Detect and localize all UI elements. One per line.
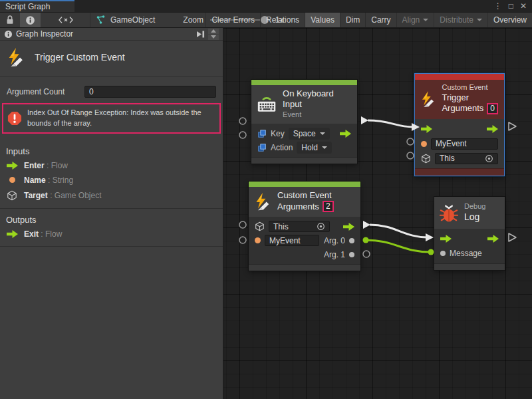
carry-button[interactable]: Carry	[366, 13, 396, 27]
listener-arg1-external-port[interactable]	[363, 251, 370, 257]
keyboard-key-input-port[interactable]	[239, 118, 246, 124]
listener-out-port[interactable]	[363, 221, 370, 229]
scroll-down-button[interactable]	[208, 35, 219, 40]
triangle-down-icon	[211, 35, 216, 39]
align-dropdown[interactable]: Align	[397, 13, 434, 27]
target-field[interactable]: This	[435, 153, 498, 164]
chevron-down-icon	[322, 146, 327, 152]
listener-name-input-port[interactable]	[239, 237, 246, 243]
object-picker-icon[interactable]	[317, 222, 325, 231]
flow-wire-listener-debug	[370, 225, 428, 237]
listener-target-input-port[interactable]	[239, 221, 246, 228]
distribute-dropdown[interactable]: Distribute	[434, 13, 487, 27]
string-port-icon[interactable]	[255, 237, 261, 243]
string-port-icon[interactable]	[421, 141, 427, 147]
custom-event-icon	[420, 90, 436, 108]
arg0-output-port[interactable]	[349, 238, 354, 243]
custom-event-icon	[6, 47, 26, 67]
keyboard-out-port[interactable]	[361, 116, 368, 124]
enter-input-port[interactable]	[440, 235, 452, 243]
node-custom-event[interactable]: Custom Event Arguments 2 This	[249, 182, 360, 271]
menu-icon[interactable]: ⋮	[494, 2, 502, 10]
code-icon	[58, 16, 74, 24]
lock-button[interactable]	[0, 13, 20, 27]
node-trigger-custom-event[interactable]: Custom Event Trigger Arguments 0	[414, 73, 505, 176]
tab-script-graph[interactable]: Script Graph	[0, 0, 74, 12]
info-icon	[25, 15, 35, 25]
event-name-field[interactable]: MyEvent	[265, 235, 319, 246]
argument-count-row: Argument Count	[7, 86, 216, 98]
node-title-line1: Trigger	[442, 92, 498, 103]
target-field[interactable]: This	[269, 221, 330, 232]
exit-output-port[interactable]	[487, 235, 499, 243]
node-footer	[434, 263, 505, 270]
scroll-up-button[interactable]	[208, 29, 219, 34]
arg1-label: Arg. 1	[324, 250, 345, 259]
script-graph-window: Script Graph ⋮ □ ✕ GameObject Zoom 1x	[0, 0, 532, 399]
key-dropdown[interactable]: Space	[289, 128, 330, 140]
trigger-output-port[interactable]	[343, 223, 354, 231]
action-dropdown[interactable]: Hold	[297, 142, 332, 154]
object-picker-icon[interactable]	[485, 154, 493, 163]
panel-spinner	[208, 29, 219, 40]
exit-output-port[interactable]	[487, 125, 498, 133]
message-external-port[interactable]	[428, 249, 434, 255]
overview-button[interactable]: Overview	[488, 13, 532, 27]
arg1-output-port[interactable]	[349, 252, 354, 257]
node-debug-log[interactable]: Debug Log Message	[434, 197, 505, 270]
trigger-output-port[interactable]	[340, 130, 351, 138]
csharp-preview-button[interactable]	[53, 13, 79, 27]
arguments-value-highlight[interactable]: 0	[487, 103, 498, 114]
node-subtitle: Event	[283, 110, 351, 120]
game-object-port-icon[interactable]	[255, 221, 265, 231]
arg0-label: Arg. 0	[324, 236, 345, 245]
graph-canvas[interactable]: On Keyboard Input Event Key Space	[223, 28, 532, 399]
error-message-box: Index Out Of Range Exception: Index was …	[2, 103, 221, 134]
gameobject-breadcrumb[interactable]: GameObject	[90, 13, 160, 27]
window-controls: ⋮ □ ✕	[494, 0, 532, 12]
graph-toolbar: GameObject Zoom 1x Clear Errors Relation…	[0, 12, 532, 28]
inspector-toggle-button[interactable]	[20, 13, 41, 27]
arg0-external-port[interactable]	[363, 237, 369, 243]
outputs-header: Outputs	[0, 209, 223, 227]
values-button[interactable]: Values	[305, 13, 340, 27]
custom-event-icon	[253, 192, 272, 211]
node-title: Log	[464, 211, 485, 223]
close-icon[interactable]: ✕	[520, 2, 527, 10]
input-row-name: Name : String	[0, 173, 223, 188]
relations-button[interactable]: Relations	[261, 13, 305, 27]
triangle-up-icon	[211, 29, 216, 33]
event-color-bar	[251, 80, 357, 85]
node-category: Debug	[464, 202, 485, 211]
game-object-icon	[7, 190, 17, 201]
trigger-target-input-port[interactable]	[407, 152, 414, 159]
node-title-line2: Arguments	[442, 103, 483, 114]
value-wire-arg0-message	[366, 240, 431, 252]
chevron-down-icon	[320, 132, 325, 138]
keyboard-action-input-port[interactable]	[239, 132, 246, 138]
node-footer	[249, 264, 360, 271]
node-category: Custom Event	[442, 83, 498, 92]
trigger-name-input-port[interactable]	[407, 138, 414, 145]
maximize-icon[interactable]: □	[509, 2, 513, 10]
trigger-exit-external-port[interactable]	[509, 122, 516, 130]
argument-count-label: Argument Count	[7, 87, 84, 96]
clear-errors-button[interactable]: Clear Errors	[206, 13, 260, 27]
dim-button[interactable]: Dim	[340, 13, 365, 27]
zoom-label: Zoom	[180, 13, 206, 27]
error-color-bar	[415, 74, 504, 80]
inputs-header: Inputs	[0, 140, 223, 158]
enter-input-port[interactable]	[421, 125, 432, 133]
node-title: On Keyboard Input	[283, 88, 351, 110]
game-object-port-icon[interactable]	[421, 154, 431, 164]
dock-panel-icon[interactable]	[196, 30, 205, 39]
event-name-field[interactable]: MyEvent	[431, 138, 498, 150]
arguments-value-highlight[interactable]: 2	[323, 201, 334, 212]
chevron-down-icon	[477, 19, 482, 24]
error-octagon-icon	[7, 111, 22, 126]
message-input-port[interactable]	[440, 251, 446, 256]
node-on-keyboard-input[interactable]: On Keyboard Input Event Key Space	[251, 80, 357, 164]
debug-exit-external-port[interactable]	[509, 233, 516, 241]
node-title-line2: Arguments	[277, 201, 319, 212]
argument-count-input[interactable]	[84, 86, 216, 98]
